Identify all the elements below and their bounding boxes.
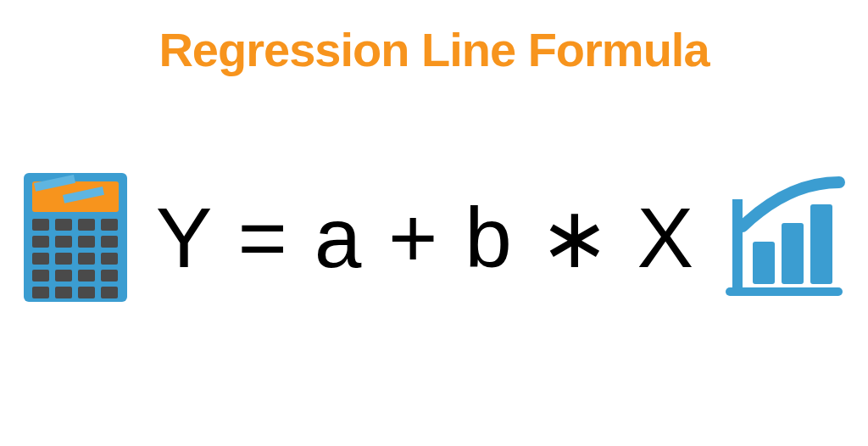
svg-rect-20 bbox=[32, 287, 49, 298]
svg-rect-16 bbox=[32, 270, 49, 282]
svg-rect-5 bbox=[55, 219, 72, 231]
page-title: Regression Line Formula bbox=[0, 22, 868, 77]
svg-rect-24 bbox=[726, 287, 843, 296]
svg-rect-15 bbox=[101, 253, 118, 265]
svg-rect-25 bbox=[732, 199, 743, 287]
svg-rect-4 bbox=[32, 219, 49, 231]
svg-rect-10 bbox=[78, 236, 95, 248]
svg-rect-8 bbox=[32, 236, 49, 248]
growth-chart-icon bbox=[721, 174, 848, 301]
svg-rect-7 bbox=[101, 219, 118, 231]
svg-rect-27 bbox=[782, 223, 804, 284]
svg-rect-12 bbox=[32, 253, 49, 265]
formula-text: Y = a + b ∗ X bbox=[156, 188, 695, 287]
formula-row: Y = a + b ∗ X bbox=[0, 170, 868, 305]
svg-rect-22 bbox=[78, 287, 95, 298]
svg-rect-6 bbox=[78, 219, 95, 231]
calculator-icon bbox=[20, 170, 131, 305]
svg-rect-18 bbox=[78, 270, 95, 282]
svg-rect-17 bbox=[55, 270, 72, 282]
svg-rect-13 bbox=[55, 253, 72, 265]
svg-rect-19 bbox=[101, 270, 118, 282]
svg-rect-28 bbox=[810, 204, 832, 284]
svg-rect-11 bbox=[101, 236, 118, 248]
svg-rect-14 bbox=[78, 253, 95, 265]
svg-rect-21 bbox=[55, 287, 72, 298]
svg-rect-26 bbox=[753, 242, 775, 284]
svg-rect-23 bbox=[101, 287, 118, 298]
svg-rect-9 bbox=[55, 236, 72, 248]
